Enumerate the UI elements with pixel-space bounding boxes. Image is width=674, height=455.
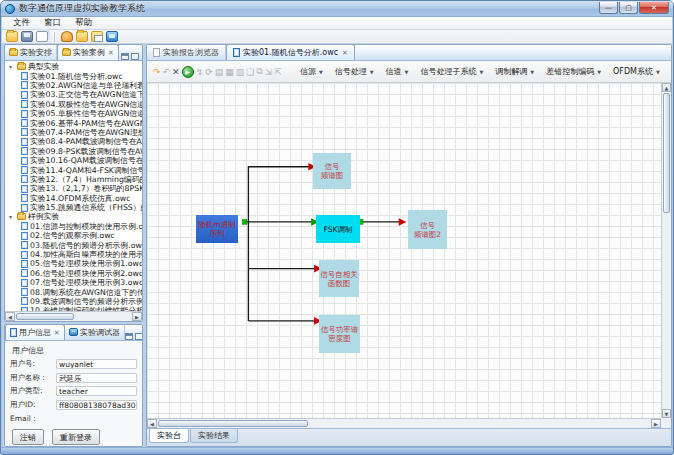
tree-folder[interactable]: ▾样例实验 — [5, 212, 142, 221]
menu-file[interactable]: 文件 — [6, 17, 37, 29]
tab-experiment-bench[interactable]: 实验台 — [149, 429, 189, 443]
zoom-out-icon[interactable]: ⇱ — [274, 65, 282, 78]
scroll-left-icon[interactable]: ◀ — [5, 312, 15, 321]
menu-signal-processing-subsystem[interactable]: 信号处理子系统▼ — [414, 66, 489, 77]
scrollbar-thumb[interactable] — [663, 93, 670, 213]
user-type-field[interactable]: teacher — [56, 386, 137, 396]
tree-item[interactable]: 04.加性高斯白噪声模块的使用示例.owc — [5, 250, 142, 259]
tree-item[interactable]: 实验05.单极性信号在AWGN信道下的传 — [5, 109, 142, 118]
tab-experiment-cases[interactable]: 实验案例 ✕ — [57, 44, 119, 60]
tree-item[interactable]: 实验13.（2,1,7）卷积码的8PSK调制系统 — [5, 184, 142, 193]
layers-icon[interactable]: ❏ — [246, 65, 254, 78]
user-id-field[interactable]: ff80808138078ad30138088d9 — [56, 400, 137, 410]
tree-item[interactable]: 实验14.OFDM系统仿真.owc — [5, 193, 142, 202]
run-simulation-icon[interactable]: ▶ — [182, 65, 194, 78]
group-icon[interactable]: ⧉ — [256, 65, 262, 78]
menu-error-control-coding[interactable]: 差错控制编码▼ — [540, 66, 607, 77]
tree-folder[interactable]: ▾典型实验 — [5, 62, 142, 71]
scroll-left-icon[interactable]: ◀ — [147, 419, 157, 428]
twistie-icon[interactable]: ▾ — [9, 63, 15, 70]
minimize-view-icon[interactable] — [121, 53, 129, 60]
block-random-m-ary-sequence[interactable]: 随机m进制 序列 — [196, 215, 238, 243]
scroll-down-icon[interactable]: ▼ — [662, 409, 671, 418]
tab-experiment-debugger[interactable]: 实验调试器 — [65, 324, 125, 340]
tree-item[interactable]: 09.载波调制信号的频谱分析示例.owc — [5, 297, 142, 306]
tree-item[interactable]: 02.信号的观察示例.owc — [5, 231, 142, 240]
report-folder-icon[interactable] — [91, 31, 103, 42]
menu-modulation-demodulation[interactable]: 调制解调▼ — [489, 66, 540, 77]
tree-item[interactable]: 实验01.随机信号分析.owc — [5, 71, 142, 80]
explorer-hscrollbar[interactable]: ◀ ▶ — [5, 311, 142, 321]
relogin-button[interactable]: 重新登录 — [52, 429, 100, 445]
design-canvas[interactable]: 随机m进制 序列 信号 频谱图 FSK调制 信号 频谱图2 信号自相关 函数图 — [147, 83, 661, 418]
close-tab-icon[interactable]: ✕ — [54, 329, 60, 337]
tree-item[interactable]: 08.调制系统在AWGN信道下的传输性能 — [5, 287, 142, 296]
scroll-right-icon[interactable]: ▶ — [132, 312, 142, 321]
tree-item[interactable]: 06.信号处理模块使用示例2.owc — [5, 269, 142, 278]
close-tab-icon[interactable]: ✕ — [342, 49, 348, 57]
menu-channel[interactable]: 信道▼ — [380, 66, 415, 77]
tree-item[interactable]: 实验08.4-PAM载波调制信号在AWGN信 — [5, 137, 142, 146]
block-signal-spectrum-plot-2[interactable]: 信号 频谱图2 — [408, 210, 447, 249]
open-experiment-icon[interactable] — [6, 31, 18, 42]
menu-window[interactable]: 窗口 — [37, 17, 68, 29]
undo-icon[interactable]: ↶ — [163, 65, 171, 78]
alarm-icon[interactable] — [61, 31, 73, 42]
canvas-vscrollbar[interactable]: ▲ ▼ — [661, 83, 671, 418]
canvas-hscrollbar[interactable]: ◀ ▶ — [147, 418, 661, 428]
scrollbar-thumb[interactable] — [158, 420, 308, 427]
tree-item[interactable]: 实验04.双极性信号在AWGN信道下的传 — [5, 100, 142, 109]
tree-item[interactable]: 实验11.4-QAM和4-FSK调制信号在瑞利 — [5, 165, 142, 174]
maximize-view-icon[interactable] — [135, 333, 143, 340]
align-top-icon[interactable]: ▦ — [225, 65, 234, 78]
redo-icon[interactable]: ↷ — [153, 65, 161, 78]
align-left-icon[interactable]: ▤ — [215, 65, 224, 78]
tree-item[interactable]: 实验02.AWGN信道与单径瑞利衰落信道 — [5, 81, 142, 90]
scroll-right-icon[interactable]: ▶ — [651, 419, 661, 428]
minimize-button[interactable]: — — [599, 2, 618, 14]
tree-item[interactable]: 实验06.基带4-PAM信号在AWGN信道下 — [5, 118, 142, 127]
tab-user-info[interactable]: 用户信息 ✕ — [5, 324, 65, 340]
tree-item[interactable]: 实验07.4-PAM信号在AWGN理想带限信 — [5, 128, 142, 137]
tab-experiment-results[interactable]: 实验结果 — [190, 429, 238, 443]
zoom-in-icon[interactable]: ⇲ — [265, 65, 273, 78]
tab-report-browser[interactable]: 实验报告浏览器 — [147, 44, 226, 60]
save-icon[interactable] — [21, 31, 33, 42]
user-name-field[interactable]: 武延乐 — [56, 373, 137, 383]
save-all-icon[interactable] — [36, 31, 48, 42]
menu-help[interactable]: 帮助 — [68, 17, 99, 29]
tree-item[interactable]: 01.信源与控制模块的使用示例.owc — [5, 222, 142, 231]
tree-item[interactable]: 实验10.16-QAM载波调制信号在AWGN — [5, 156, 142, 165]
tree-item[interactable]: 03.随机信号的频谱分析示例.owc — [5, 240, 142, 249]
tree-item[interactable]: 实验15.跳频通信系统（FHSS）的抗干扰 — [5, 203, 142, 212]
block-signal-spectrum-plot[interactable]: 信号 频谱图 — [313, 153, 351, 189]
block-signal-psd-plot[interactable]: 信号功率谱 密度图 — [319, 315, 360, 353]
tree-item[interactable]: 实验12.（7,4）Hamming编码的QPSK调 — [5, 175, 142, 184]
tree-item[interactable]: 实验09.8-PSK载波调制信号在AWGN信道 — [5, 147, 142, 156]
menu-computation-analysis-plotting[interactable]: 计算分析与绘图▼ — [666, 66, 672, 77]
close-button[interactable]: ✕ — [639, 2, 669, 14]
minimize-view-icon[interactable] — [125, 333, 133, 340]
folder-icon[interactable] — [76, 31, 88, 42]
maximize-button[interactable]: ▢ — [619, 2, 638, 14]
twistie-icon[interactable]: ▾ — [9, 213, 15, 220]
tree-item[interactable]: 实验03.正交信号在AWGN信道下的传输 — [5, 90, 142, 99]
monitor-icon[interactable] — [106, 31, 118, 42]
connect-icon[interactable]: ↯ — [196, 65, 204, 78]
tree-item[interactable]: 05.信号处理模块使用示例1.owc — [5, 259, 142, 268]
block-signal-autocorrelation-plot[interactable]: 信号自相关 函数图 — [319, 260, 359, 297]
menu-signal-processing[interactable]: 信号处理▼ — [329, 66, 380, 77]
block-fsk-modulation[interactable]: FSK调制 — [316, 215, 360, 243]
scroll-up-icon[interactable]: ▲ — [662, 83, 671, 92]
delete-icon[interactable]: ✕ — [172, 65, 180, 78]
menu-ofdm-system[interactable]: OFDM系统▼ — [607, 66, 666, 77]
distribute-icon[interactable]: ▥ — [236, 65, 245, 78]
rotate-icon[interactable]: ⟳ — [205, 65, 213, 78]
user-number-field[interactable]: wuyanlet — [56, 359, 137, 369]
tab-experiment-01[interactable]: 实验01.随机信号分析.owc ✕ — [226, 44, 355, 60]
logout-button[interactable]: 注销 — [12, 429, 44, 445]
scrollbar-thumb[interactable] — [16, 313, 74, 320]
tree-item[interactable]: 07.信号处理模块使用示例3.owc — [5, 278, 142, 287]
tab-experiment-arrange[interactable]: 实验安排 — [5, 44, 57, 60]
menu-signal-source[interactable]: 信源▼ — [294, 66, 329, 77]
